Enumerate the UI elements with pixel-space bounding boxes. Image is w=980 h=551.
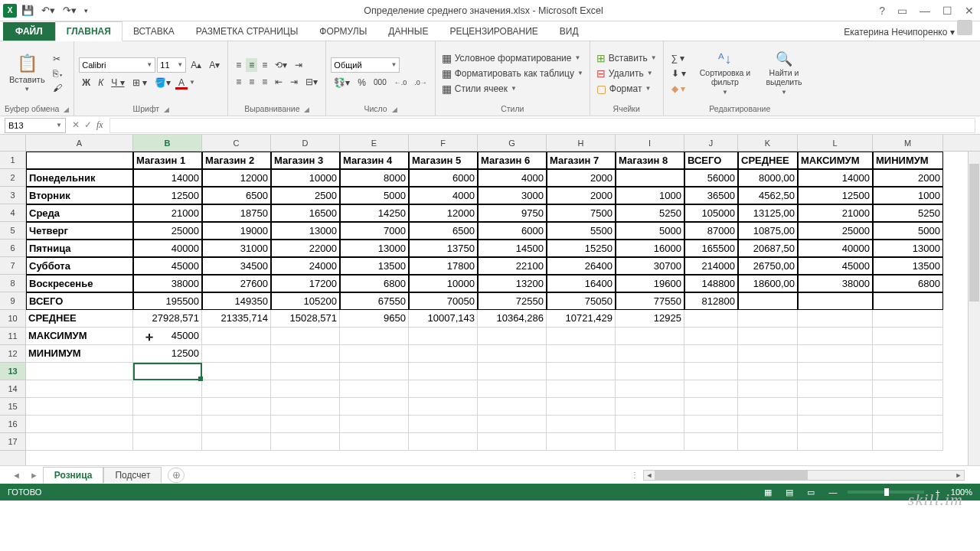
indent-inc-icon[interactable]: ⇥ — [287, 75, 301, 89]
cell[interactable] — [340, 398, 409, 416]
view-page-layout-icon[interactable]: ▤ — [782, 487, 796, 497]
cell[interactable]: 7500 — [547, 204, 616, 222]
cell[interactable]: 20687,50 — [738, 240, 798, 257]
cell[interactable]: 5250 — [616, 204, 684, 222]
cell[interactable] — [409, 416, 478, 433]
font-color-drop-icon[interactable]: ▼ — [189, 79, 195, 86]
tab-review[interactable]: РЕЦЕНЗИРОВАНИЕ — [439, 22, 548, 41]
row-header-3[interactable]: 3 — [0, 187, 25, 204]
cell[interactable]: 40000 — [798, 240, 873, 257]
font-size-select[interactable]: 11▼ — [157, 57, 186, 73]
align-center-icon[interactable]: ≡ — [246, 75, 257, 89]
cell[interactable]: 14000 — [133, 169, 202, 187]
cell[interactable]: 13200 — [478, 275, 547, 292]
cell[interactable] — [202, 345, 271, 363]
close-icon[interactable]: ✕ — [962, 3, 977, 18]
cell[interactable] — [26, 398, 133, 416]
bold-button[interactable]: Ж — [79, 76, 93, 90]
cell[interactable] — [798, 292, 873, 310]
col-header-K[interactable]: K — [738, 135, 798, 151]
cell[interactable] — [202, 380, 271, 398]
cell[interactable]: Суббота — [26, 257, 133, 275]
cell[interactable] — [738, 345, 798, 363]
view-page-break-icon[interactable]: ▭ — [804, 487, 818, 497]
cell[interactable] — [873, 345, 943, 363]
sheet-tab-1[interactable]: Розница — [43, 467, 104, 484]
row-header-16[interactable]: 16 — [0, 416, 25, 433]
cell[interactable] — [202, 433, 271, 451]
minimize-icon[interactable]: — — [916, 3, 933, 18]
row-header-7[interactable]: 7 — [0, 257, 25, 275]
cell[interactable]: 87000 — [684, 222, 738, 240]
cell-styles-button[interactable]: ▦Стили ячеек▼ — [440, 82, 585, 96]
cell[interactable]: 30700 — [616, 257, 684, 275]
cell[interactable]: 2000 — [547, 169, 616, 187]
cell[interactable]: 17200 — [271, 275, 340, 292]
sheet-tab-2[interactable]: Подсчет — [103, 467, 162, 483]
cell[interactable]: 13000 — [271, 222, 340, 240]
cell[interactable]: 75050 — [547, 292, 616, 310]
cell[interactable]: 1000 — [873, 187, 943, 204]
cell[interactable] — [133, 398, 202, 416]
cell[interactable]: 12500 — [133, 187, 202, 204]
paste-button[interactable]: 📋Вставить▼ — [5, 52, 50, 94]
autosum-icon[interactable]: ∑ ▾ — [668, 51, 689, 65]
row-header-6[interactable]: 6 — [0, 240, 25, 257]
cell[interactable]: 2000 — [873, 169, 943, 187]
horizontal-scrollbar[interactable]: ⋮ ◄► — [185, 470, 980, 481]
cell[interactable]: 67550 — [340, 292, 409, 310]
cell[interactable] — [798, 416, 873, 433]
cell[interactable] — [798, 328, 873, 345]
cell[interactable] — [684, 363, 738, 380]
indent-dec-icon[interactable]: ⇤ — [272, 75, 286, 89]
cell[interactable]: 13500 — [873, 257, 943, 275]
cell[interactable] — [478, 345, 547, 363]
cell[interactable]: Магазин 4 — [340, 152, 409, 169]
cell[interactable]: 10007,143 — [409, 310, 478, 328]
cell[interactable] — [873, 292, 943, 310]
cell[interactable]: 2500 — [271, 187, 340, 204]
cell[interactable] — [798, 433, 873, 451]
cell[interactable]: Пятница — [26, 240, 133, 257]
cell[interactable]: 195500 — [133, 292, 202, 310]
format-table-button[interactable]: ▦Форматировать как таблицу▼ — [440, 67, 585, 80]
cell[interactable]: 13000 — [340, 240, 409, 257]
cell[interactable] — [26, 363, 133, 380]
cell[interactable]: 56000 — [684, 169, 738, 187]
cell[interactable]: 1000 — [616, 187, 684, 204]
cell[interactable]: 5250 — [873, 204, 943, 222]
row-header-5[interactable]: 5 — [0, 222, 25, 240]
cell[interactable]: 6500 — [409, 222, 478, 240]
cell[interactable]: 13125,00 — [738, 204, 798, 222]
cell[interactable]: 10875,00 — [738, 222, 798, 240]
enter-formula-icon[interactable]: ✓ — [84, 119, 92, 131]
cell[interactable]: 12925 — [616, 310, 684, 328]
cell[interactable] — [133, 363, 202, 380]
cell[interactable]: Среда — [26, 204, 133, 222]
cell[interactable]: 15028,571 — [271, 310, 340, 328]
row-header-15[interactable]: 15 — [0, 398, 25, 416]
cell[interactable] — [684, 416, 738, 433]
cell[interactable] — [798, 363, 873, 380]
cell[interactable]: 9750 — [478, 204, 547, 222]
cell[interactable] — [271, 380, 340, 398]
align-right-icon[interactable]: ≡ — [259, 75, 270, 89]
cell[interactable]: Воскресенье — [26, 275, 133, 292]
cell[interactable] — [26, 433, 133, 451]
cell[interactable]: 5000 — [616, 222, 684, 240]
cell[interactable]: Магазин 6 — [478, 152, 547, 169]
cell[interactable] — [547, 416, 616, 433]
underline-button[interactable]: Ч ▾ — [108, 76, 127, 90]
col-header-L[interactable]: L — [798, 135, 873, 151]
cell[interactable] — [738, 398, 798, 416]
cell[interactable] — [873, 380, 943, 398]
cell[interactable]: 9650 — [340, 310, 409, 328]
cell[interactable]: 27928,571 — [133, 310, 202, 328]
fx-icon[interactable]: fx — [96, 119, 103, 131]
cell[interactable] — [798, 398, 873, 416]
cell[interactable]: Магазин 1 — [133, 152, 202, 169]
cancel-formula-icon[interactable]: ✕ — [72, 119, 80, 131]
cell[interactable] — [738, 416, 798, 433]
cell[interactable] — [202, 416, 271, 433]
cell[interactable] — [340, 363, 409, 380]
